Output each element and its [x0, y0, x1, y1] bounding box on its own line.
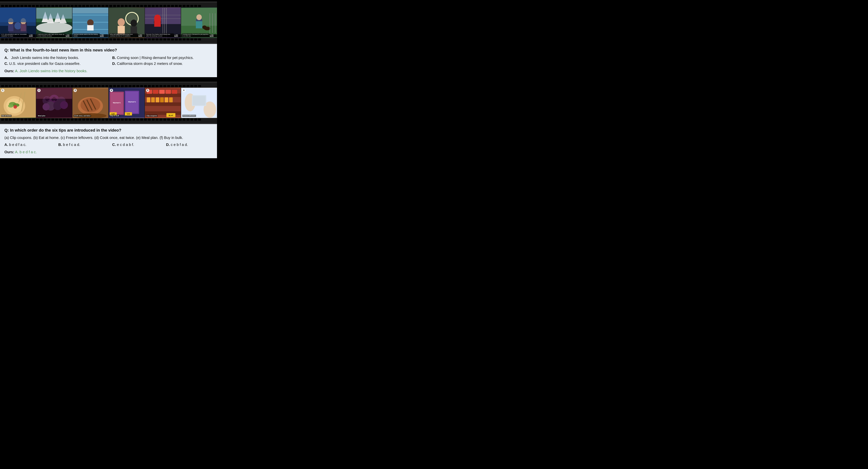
perf-hole [36, 85, 39, 87]
perf-hole [136, 5, 139, 7]
perf-hole [51, 85, 54, 87]
perf-hole [101, 38, 104, 40]
perf-hole [121, 85, 124, 87]
answer-2-d-text: c e b f a d. [171, 143, 188, 147]
perf-hole [5, 119, 8, 121]
svg-point-3 [14, 22, 22, 29]
frame-number-5: 5 [146, 89, 149, 92]
perf-hole [5, 85, 8, 87]
perf-hole [163, 119, 166, 121]
perf-hole [1, 85, 4, 87]
perf-hole [148, 119, 151, 121]
perf-hole [156, 119, 158, 121]
logo-6: ● CBC NEWS [209, 34, 216, 37]
perf-hole [24, 5, 27, 7]
perf-hole [48, 38, 51, 40]
perf-hole [140, 119, 143, 121]
perf-hole [132, 38, 135, 40]
svg-rect-115 [160, 97, 164, 102]
perf-hole [48, 119, 51, 121]
perf-hole [74, 85, 78, 87]
perf-hole [179, 5, 182, 7]
answer-2-d-label: D. [166, 143, 171, 147]
perf-hole [183, 85, 186, 87]
perforations-top-2 [0, 85, 217, 88]
perf-hole [186, 38, 189, 40]
perf-hole [32, 119, 35, 121]
perf-hole [159, 119, 162, 121]
perf-hole [183, 38, 186, 40]
perf-hole [71, 119, 73, 121]
perf-hole [28, 85, 31, 87]
perf-hole [128, 38, 131, 40]
perf-hole [28, 119, 31, 121]
perf-hole [59, 5, 62, 7]
perf-hole [140, 85, 143, 87]
perf-hole [179, 38, 182, 40]
perf-hole [94, 5, 97, 7]
perf-hole [148, 5, 151, 7]
perf-hole [78, 38, 81, 40]
question-2: Q: In which order do the six tips are in… [4, 128, 213, 133]
frame-number-4: 4 [110, 89, 113, 92]
perf-hole [152, 119, 155, 121]
perf-hole [144, 85, 147, 87]
perf-hole [5, 38, 8, 40]
perf-hole [17, 38, 20, 40]
perf-hole [94, 119, 97, 121]
perf-hole [198, 38, 201, 40]
caption-2: California storm with high winds drops u… [37, 33, 65, 37]
perf-hole [186, 85, 189, 87]
perf-hole [198, 85, 201, 87]
svg-rect-104 [145, 93, 181, 97]
logo-1: ● CBC NEWS [29, 34, 35, 37]
perf-hole [82, 85, 85, 87]
perf-hole [55, 119, 58, 121]
logo-2: ● CBC NEWS [65, 34, 71, 37]
svg-rect-25 [87, 25, 94, 31]
frame-number-6: 6 [182, 89, 186, 92]
svg-rect-47 [154, 18, 161, 27]
perf-hole [156, 5, 158, 7]
caption-5: Remote First Nation feels heavy loss aft… [146, 33, 174, 37]
ours-label-1: Ours: [4, 69, 14, 73]
perf-hole [71, 38, 73, 40]
svg-rect-105 [145, 102, 181, 106]
perf-hole [140, 38, 143, 40]
caption-4: Why self-tapes are becoming more common … [110, 33, 138, 37]
perf-hole [9, 119, 12, 121]
perf-hole [55, 38, 58, 40]
perf-hole [128, 5, 131, 7]
answers-grid-1: A. Josh Liendo swims into the history bo… [4, 55, 213, 66]
perf-hole [24, 85, 27, 87]
perf-hole [74, 38, 78, 40]
answer-b-text: Coming soon | Rising demand for pet psyc… [117, 56, 194, 60]
perf-hole [5, 5, 8, 7]
perf-hole [55, 85, 58, 87]
svg-rect-108 [153, 90, 158, 94]
perf-hole [90, 119, 93, 121]
perf-hole [183, 5, 186, 7]
perf-hole [121, 119, 124, 121]
svg-point-34 [130, 20, 137, 27]
perf-hole [140, 5, 143, 7]
perf-hole [86, 38, 89, 40]
perf-hole [82, 38, 85, 40]
perf-hole [98, 119, 101, 121]
perf-hole [17, 85, 20, 87]
perf-hole [71, 5, 73, 7]
perf-hole [98, 85, 101, 87]
frame-label-6: Freeze leftovers [182, 115, 196, 117]
food-frame-4: Wyman's Wyman's 5.97 5.92 4 Buy in bulk [109, 88, 145, 118]
perforations-bottom-1 [0, 38, 217, 41]
svg-rect-116 [164, 97, 168, 102]
frame-label-5: Clip coupons [146, 115, 158, 117]
frame-label-1: Eat at home [1, 115, 11, 117]
caption-3: Joshua Liendo swims into the history boo… [73, 33, 100, 37]
perf-hole [51, 5, 54, 7]
answer-2-c: C. e c d a b f. [112, 142, 159, 147]
perf-hole [109, 38, 112, 40]
perf-hole [198, 5, 201, 7]
svg-rect-54 [196, 21, 202, 28]
perf-hole [71, 85, 73, 87]
